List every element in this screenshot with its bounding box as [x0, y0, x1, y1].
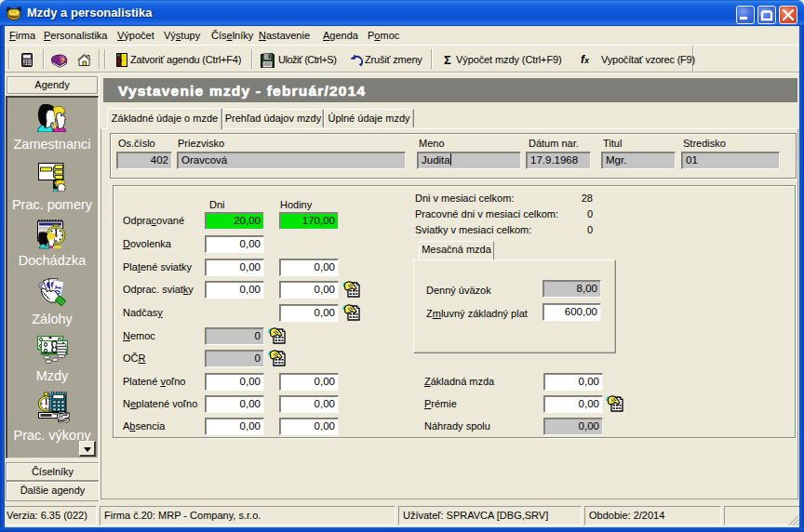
svg-text:?: ? — [60, 56, 65, 65]
svg-text:B: B — [60, 413, 63, 419]
